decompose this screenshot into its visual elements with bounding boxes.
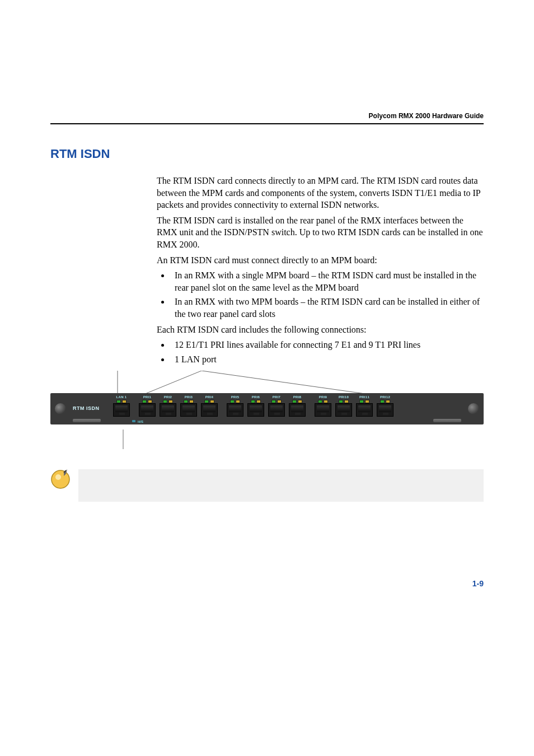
list-item: In an RMX with two MPM boards – the RTM … (170, 296, 484, 320)
card-label: RTM ISDN (73, 405, 100, 411)
pri-port: PRI12 (376, 395, 395, 422)
port-label: PRI3 (185, 395, 193, 399)
port-label: PRI4 (205, 395, 214, 399)
handle (433, 419, 461, 422)
pri-port: PRI4 (200, 395, 219, 422)
pri-group: PRI5 PRI6 PRI7 PRI8 (226, 395, 307, 422)
rj45-port (227, 403, 243, 417)
rtm-isdn-figure: RTM ISDN H/S LAN 1 PRI1 PRI2 PRI3 PRI4 (50, 393, 484, 424)
handle (73, 419, 101, 422)
screw-icon (55, 403, 66, 414)
port-label: PRI7 (273, 395, 281, 399)
list-item: 1 LAN port (170, 353, 484, 366)
bullet-list: 12 E1/T1 PRI lines available for connect… (157, 339, 484, 365)
list-item: In an RMX with a single MPM board – the … (170, 269, 484, 293)
pri-port: PRI5 (226, 395, 245, 422)
port-label: PRI2 (164, 395, 172, 399)
rj45-port (201, 403, 218, 417)
pri-port: PRI9 (313, 395, 332, 422)
rj45-port (356, 403, 373, 417)
header-rule (50, 123, 484, 124)
port-label: PRI6 (252, 395, 260, 399)
paragraph: The RTM ISDN card connects directly to a… (157, 175, 484, 211)
paragraph: The RTM ISDN card is installed on the re… (157, 214, 484, 251)
pri-port: PRI2 (158, 395, 177, 422)
note-content (78, 469, 484, 502)
rj45-port (289, 403, 306, 417)
svg-point-3 (55, 474, 61, 480)
pri-port: PRI7 (267, 395, 286, 422)
rj45-port (160, 403, 176, 417)
list-item: 12 E1/T1 PRI lines available for connect… (170, 339, 484, 351)
rj45-port (113, 403, 130, 417)
lan-port: LAN 1 (112, 395, 131, 422)
port-label: PRI10 (339, 395, 349, 399)
port-label: PRI9 (319, 395, 327, 399)
body-text: The RTM ISDN card connects directly to a… (157, 175, 484, 365)
rj45-port (180, 403, 197, 417)
section-title: RTM ISDN (50, 147, 484, 161)
rj45-port (139, 403, 156, 417)
pin-note-icon (50, 469, 71, 489)
port-label: PRI5 (231, 395, 240, 399)
port-label: PRI8 (293, 395, 302, 399)
paragraph: Each RTM ISDN card includes the followin… (157, 324, 484, 336)
rj45-port (335, 403, 352, 417)
rtm-isdn-card: RTM ISDN H/S LAN 1 PRI1 PRI2 PRI3 PRI4 (50, 393, 484, 424)
pri-port: PRI10 (334, 395, 353, 422)
note-block (50, 469, 484, 502)
port-label: PRI12 (380, 395, 390, 399)
rj45-port (377, 403, 394, 417)
page-header: Polycom RMX 2000 Hardware Guide (50, 112, 484, 120)
pri-port: PRI1 (138, 395, 157, 422)
paragraph: An RTM ISDN card must connect directly t… (157, 254, 484, 267)
svg-point-2 (51, 470, 69, 488)
port-label: PRI1 (143, 395, 152, 399)
pri-group: PRI1 PRI2 PRI3 PRI4 (138, 395, 219, 422)
rj45-port (247, 403, 264, 417)
pri-port: PRI3 (179, 395, 198, 422)
rj45-port (268, 403, 285, 417)
port-label: PRI11 (359, 395, 369, 399)
screw-icon (468, 403, 479, 414)
port-label: LAN 1 (116, 395, 127, 399)
ports-row: LAN 1 PRI1 PRI2 PRI3 PRI4 PRI5 PRI6 PRI7… (112, 395, 416, 422)
rj45-port (315, 403, 331, 417)
pri-port: PRI8 (288, 395, 307, 422)
pri-port: PRI6 (246, 395, 265, 422)
pri-port: PRI11 (355, 395, 374, 422)
page-number: 1-9 (472, 579, 484, 588)
bullet-list: In an RMX with a single MPM board – the … (157, 269, 484, 320)
pri-group: PRI9 PRI10 PRI11 PRI12 (313, 395, 395, 422)
